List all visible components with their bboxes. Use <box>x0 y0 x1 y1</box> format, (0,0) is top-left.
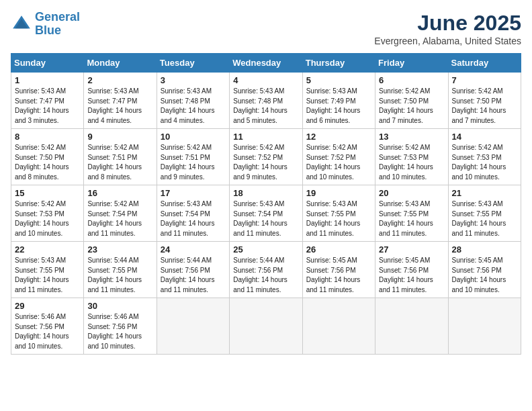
day-header-sunday: Sunday <box>11 54 84 73</box>
calendar-week-row: 8 Sunrise: 5:42 AM Sunset: 7:50 PM Dayli… <box>11 129 521 185</box>
day-number: 1 <box>15 75 80 85</box>
calendar-cell: 4 Sunrise: 5:43 AM Sunset: 7:48 PM Dayli… <box>230 73 302 129</box>
day-info: Sunrise: 5:46 AM Sunset: 7:56 PM Dayligh… <box>87 312 152 351</box>
calendar-cell: 7 Sunrise: 5:42 AM Sunset: 7:50 PM Dayli… <box>448 73 521 129</box>
day-info: Sunrise: 5:43 AM Sunset: 7:49 PM Dayligh… <box>306 87 371 126</box>
calendar-cell <box>375 298 448 355</box>
day-info: Sunrise: 5:42 AM Sunset: 7:50 PM Dayligh… <box>15 143 80 182</box>
calendar-cell: 27 Sunrise: 5:45 AM Sunset: 7:56 PM Dayl… <box>375 242 448 298</box>
day-info: Sunrise: 5:42 AM Sunset: 7:53 PM Dayligh… <box>379 143 444 182</box>
calendar-cell: 25 Sunrise: 5:44 AM Sunset: 7:56 PM Dayl… <box>230 242 302 298</box>
day-info: Sunrise: 5:44 AM Sunset: 7:56 PM Dayligh… <box>161 256 226 295</box>
day-info: Sunrise: 5:43 AM Sunset: 7:47 PM Dayligh… <box>15 87 80 126</box>
calendar-cell: 9 Sunrise: 5:42 AM Sunset: 7:51 PM Dayli… <box>84 129 157 185</box>
day-info: Sunrise: 5:45 AM Sunset: 7:56 PM Dayligh… <box>452 256 517 295</box>
calendar-cell: 22 Sunrise: 5:43 AM Sunset: 7:55 PM Dayl… <box>11 242 84 298</box>
location: Evergreen, Alabama, United States <box>374 36 521 46</box>
day-number: 11 <box>233 132 298 142</box>
calendar-cell: 16 Sunrise: 5:42 AM Sunset: 7:54 PM Dayl… <box>84 185 157 242</box>
calendar-week-row: 15 Sunrise: 5:42 AM Sunset: 7:53 PM Dayl… <box>11 185 521 242</box>
calendar-cell: 26 Sunrise: 5:45 AM Sunset: 7:56 PM Dayl… <box>302 242 375 298</box>
day-number: 3 <box>161 75 226 85</box>
logo-text: General Blue <box>35 11 80 38</box>
day-header-saturday: Saturday <box>448 54 521 73</box>
calendar-cell: 5 Sunrise: 5:43 AM Sunset: 7:49 PM Dayli… <box>302 73 375 129</box>
day-info: Sunrise: 5:46 AM Sunset: 7:56 PM Dayligh… <box>15 312 80 351</box>
calendar-week-row: 29 Sunrise: 5:46 AM Sunset: 7:56 PM Dayl… <box>11 298 521 355</box>
calendar-cell: 29 Sunrise: 5:46 AM Sunset: 7:56 PM Dayl… <box>11 298 84 355</box>
calendar-cell: 14 Sunrise: 5:42 AM Sunset: 7:53 PM Dayl… <box>448 129 521 185</box>
calendar-cell <box>448 298 521 355</box>
calendar-cell: 24 Sunrise: 5:44 AM Sunset: 7:56 PM Dayl… <box>157 242 229 298</box>
calendar-cell: 2 Sunrise: 5:43 AM Sunset: 7:47 PM Dayli… <box>84 73 157 129</box>
day-number: 28 <box>452 244 517 255</box>
day-info: Sunrise: 5:42 AM Sunset: 7:52 PM Dayligh… <box>233 143 298 182</box>
day-header-friday: Friday <box>375 54 448 73</box>
logo: General Blue <box>11 11 80 38</box>
day-number: 13 <box>379 132 444 142</box>
calendar-cell: 20 Sunrise: 5:43 AM Sunset: 7:55 PM Dayl… <box>375 185 448 242</box>
day-number: 20 <box>379 188 444 198</box>
day-info: Sunrise: 5:45 AM Sunset: 7:56 PM Dayligh… <box>379 256 444 295</box>
calendar-cell: 19 Sunrise: 5:43 AM Sunset: 7:55 PM Dayl… <box>302 185 375 242</box>
calendar-header-row: SundayMondayTuesdayWednesdayThursdayFrid… <box>11 54 521 73</box>
day-info: Sunrise: 5:42 AM Sunset: 7:50 PM Dayligh… <box>379 87 444 126</box>
day-number: 23 <box>87 244 152 255</box>
day-number: 15 <box>15 188 80 198</box>
page-header: General Blue June 2025 Evergreen, Alabam… <box>11 11 521 46</box>
day-number: 12 <box>306 132 371 142</box>
day-info: Sunrise: 5:43 AM Sunset: 7:55 PM Dayligh… <box>306 199 371 238</box>
day-number: 29 <box>15 301 80 311</box>
calendar-table: SundayMondayTuesdayWednesdayThursdayFrid… <box>11 53 521 355</box>
day-header-monday: Monday <box>84 54 157 73</box>
day-number: 14 <box>452 132 517 142</box>
day-number: 19 <box>306 188 371 198</box>
day-number: 4 <box>233 75 298 85</box>
calendar-cell: 12 Sunrise: 5:42 AM Sunset: 7:52 PM Dayl… <box>302 129 375 185</box>
day-number: 25 <box>233 244 298 255</box>
calendar-cell: 6 Sunrise: 5:42 AM Sunset: 7:50 PM Dayli… <box>375 73 448 129</box>
day-number: 2 <box>87 75 152 85</box>
calendar-cell: 11 Sunrise: 5:42 AM Sunset: 7:52 PM Dayl… <box>230 129 302 185</box>
calendar-cell: 8 Sunrise: 5:42 AM Sunset: 7:50 PM Dayli… <box>11 129 84 185</box>
day-number: 22 <box>15 244 80 255</box>
calendar-cell: 30 Sunrise: 5:46 AM Sunset: 7:56 PM Dayl… <box>84 298 157 355</box>
calendar-cell: 23 Sunrise: 5:44 AM Sunset: 7:55 PM Dayl… <box>84 242 157 298</box>
day-number: 26 <box>306 244 371 255</box>
month-title: June 2025 <box>374 11 521 36</box>
calendar-cell <box>230 298 302 355</box>
day-number: 27 <box>379 244 444 255</box>
day-header-thursday: Thursday <box>302 54 375 73</box>
calendar-week-row: 1 Sunrise: 5:43 AM Sunset: 7:47 PM Dayli… <box>11 73 521 129</box>
day-info: Sunrise: 5:43 AM Sunset: 7:55 PM Dayligh… <box>452 199 517 238</box>
day-number: 18 <box>233 188 298 198</box>
title-block: June 2025 Evergreen, Alabama, United Sta… <box>374 11 521 46</box>
calendar-cell: 21 Sunrise: 5:43 AM Sunset: 7:55 PM Dayl… <box>448 185 521 242</box>
day-header-tuesday: Tuesday <box>157 54 229 73</box>
logo-icon <box>11 13 32 35</box>
day-info: Sunrise: 5:43 AM Sunset: 7:47 PM Dayligh… <box>87 87 152 126</box>
calendar-cell: 18 Sunrise: 5:43 AM Sunset: 7:54 PM Dayl… <box>230 185 302 242</box>
calendar-cell: 10 Sunrise: 5:42 AM Sunset: 7:51 PM Dayl… <box>157 129 229 185</box>
day-info: Sunrise: 5:45 AM Sunset: 7:56 PM Dayligh… <box>306 256 371 295</box>
calendar-week-row: 22 Sunrise: 5:43 AM Sunset: 7:55 PM Dayl… <box>11 242 521 298</box>
day-number: 7 <box>452 75 517 85</box>
calendar-cell: 13 Sunrise: 5:42 AM Sunset: 7:53 PM Dayl… <box>375 129 448 185</box>
day-number: 5 <box>306 75 371 85</box>
calendar-cell: 3 Sunrise: 5:43 AM Sunset: 7:48 PM Dayli… <box>157 73 229 129</box>
day-number: 8 <box>15 132 80 142</box>
day-info: Sunrise: 5:43 AM Sunset: 7:48 PM Dayligh… <box>233 87 298 126</box>
day-info: Sunrise: 5:42 AM Sunset: 7:54 PM Dayligh… <box>87 199 152 238</box>
calendar-cell: 28 Sunrise: 5:45 AM Sunset: 7:56 PM Dayl… <box>448 242 521 298</box>
day-info: Sunrise: 5:42 AM Sunset: 7:51 PM Dayligh… <box>87 143 152 182</box>
calendar-cell: 17 Sunrise: 5:43 AM Sunset: 7:54 PM Dayl… <box>157 185 229 242</box>
day-number: 21 <box>452 188 517 198</box>
day-number: 30 <box>87 301 152 311</box>
day-info: Sunrise: 5:43 AM Sunset: 7:54 PM Dayligh… <box>233 199 298 238</box>
day-header-wednesday: Wednesday <box>230 54 302 73</box>
day-info: Sunrise: 5:42 AM Sunset: 7:52 PM Dayligh… <box>306 143 371 182</box>
day-info: Sunrise: 5:42 AM Sunset: 7:53 PM Dayligh… <box>452 143 517 182</box>
day-info: Sunrise: 5:44 AM Sunset: 7:55 PM Dayligh… <box>87 256 152 295</box>
day-info: Sunrise: 5:42 AM Sunset: 7:50 PM Dayligh… <box>452 87 517 126</box>
day-info: Sunrise: 5:43 AM Sunset: 7:55 PM Dayligh… <box>15 256 80 295</box>
